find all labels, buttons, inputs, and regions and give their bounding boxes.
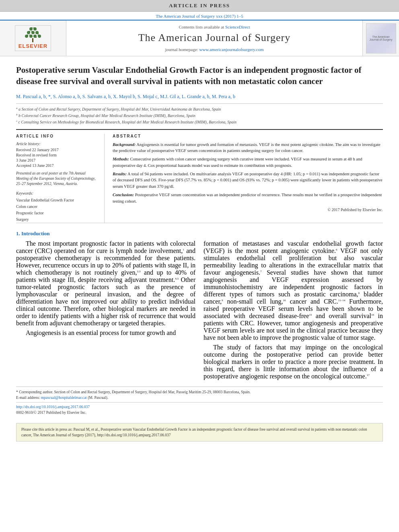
keyword-1: Vascular Endothelial Growth Factor xyxy=(16,197,98,203)
article-info-heading: ARTICLE INFO xyxy=(16,134,98,138)
keyword-2: Colon cancer xyxy=(16,203,98,210)
email-label: E-mail address: xyxy=(16,396,40,400)
keyword-3: Prognostic factor xyxy=(16,210,98,216)
page: ARTICLE IN PRESS The American Journal of… xyxy=(0,0,399,532)
journal-title: The American Journal of Surgery xyxy=(138,32,291,44)
authors-line: M. Pascual a, b, *, S. Alonso a, b, S. S… xyxy=(16,93,383,100)
abstract-column: ABSTRACT Background: Angiogenesis is ess… xyxy=(113,134,383,223)
article-in-press-banner: ARTICLE IN PRESS xyxy=(0,0,399,12)
background-label: Background: xyxy=(113,142,136,147)
intro-title: 1. Introduction xyxy=(16,230,383,237)
methods-label: Methods: xyxy=(113,157,129,161)
conclusion-label: Conclusion: xyxy=(113,193,134,197)
science-direct-label: Contents lists available at xyxy=(179,25,224,29)
homepage-link[interactable]: www.americanjournalofsurgery.com xyxy=(199,47,263,52)
intro-para4: The study of factors that may impinge on… xyxy=(204,344,383,380)
background-text: Angiogenesis is essential for tumor grow… xyxy=(113,142,380,153)
journal-header: ELSEVIER Contents lists available at Sci… xyxy=(0,20,399,56)
citation-bar: Please cite this article in press as: Pa… xyxy=(16,423,383,442)
affiliation-b: b b Colorectal Cancer Research Group, Ho… xyxy=(16,113,383,119)
doi-line: http://dx.doi.org/10.1016/j.amjsurg.2017… xyxy=(16,404,383,410)
citation-text: Please cite this article in press as: Pa… xyxy=(21,427,367,437)
intro-body-col1: The most important prognostic factor in … xyxy=(16,240,195,382)
intro-para3: formation of metastases and vascular end… xyxy=(204,240,383,341)
authors-text: M. Pascual a, b, *, S. Alonso a, b, S. S… xyxy=(16,94,235,99)
keywords-block: Keywords: Vascular Endothelial Growth Fa… xyxy=(16,191,98,223)
email-line: E-mail address: mpascual@hospitaldelmar.… xyxy=(16,395,383,401)
email-link[interactable]: mpascual@hospitaldelmar.cat xyxy=(41,396,87,400)
footnote-area: * Corresponding author. Section of Colon… xyxy=(16,386,383,416)
received-revised-label: Received in revised form xyxy=(16,153,98,157)
intro-para2: Angiogenesis is an essential process for… xyxy=(16,329,195,337)
homepage-line: journal homepage: www.americanjournalofs… xyxy=(165,47,263,52)
accepted-date: Accepted 13 June 2017 xyxy=(16,163,98,168)
article-info-column: ARTICLE INFO Article history: Received 2… xyxy=(16,134,105,223)
abstract-background: Background: Angiogenesis is essential fo… xyxy=(113,142,383,154)
conclusion-text: Postoperative VEGF serum concentration w… xyxy=(113,193,382,203)
results-text: A total of 94 patients were included. On… xyxy=(113,172,383,189)
affiliation-a: a a Section of Colon and Rectal Surgery,… xyxy=(16,106,383,113)
science-direct-link[interactable]: ScienceDirect xyxy=(225,25,250,29)
issn-line: 0002-9610/© 2017 Published by Elsevier I… xyxy=(16,410,383,415)
abstract-content: Background: Angiogenesis is essential fo… xyxy=(113,142,383,205)
presented-note: Presented as an oral poster at the 7th A… xyxy=(16,171,98,187)
elsevier-label: ELSEVIER xyxy=(19,43,47,49)
elsevier-logo-area: ELSEVIER xyxy=(0,21,66,56)
copyright-line: © 2017 Published by Elsevier Inc. xyxy=(113,207,383,212)
abstract-results: Results: A total of 94 patients were inc… xyxy=(113,171,383,190)
doi-link[interactable]: http://dx.doi.org/10.1016/j.amjsurg.2017… xyxy=(16,405,90,409)
banner-text: ARTICLE IN PRESS xyxy=(169,2,230,8)
footnote-divider xyxy=(16,402,383,403)
results-label: Results: xyxy=(113,172,127,176)
elsevier-tree-icon xyxy=(25,27,41,42)
intro-para1: The most important prognostic factor in … xyxy=(16,240,195,327)
homepage-label: journal homepage: xyxy=(165,47,198,52)
abstract-conclusion: Conclusion: Postoperative VEGF serum con… xyxy=(113,192,383,205)
intro-body-col2: formation of metastases and vascular end… xyxy=(204,240,383,382)
keywords-label: Keywords: xyxy=(16,191,98,195)
journal-title-area: Contents lists available at ScienceDirec… xyxy=(66,21,363,56)
methods-text: Consecutive patients with colon cancer u… xyxy=(113,157,362,168)
email-name: (M. Pascual). xyxy=(88,396,108,400)
science-direct-line: Contents lists available at ScienceDirec… xyxy=(179,25,250,29)
cover-thumbnail: The American Journal of Surgery xyxy=(366,23,396,53)
received-date: Received 22 January 2017 xyxy=(16,148,98,152)
abstract-methods: Methods: Consecutive patients with colon… xyxy=(113,156,383,169)
journal-cover-image: The American Journal of Surgery xyxy=(363,21,399,56)
article-title: Postoperative serum Vascular Endothelial… xyxy=(16,64,383,87)
received-revised-date: 3 June 2017 xyxy=(16,158,98,162)
corresponding-author-note: * Corresponding author. Section of Colon… xyxy=(16,389,383,395)
elsevier-box: ELSEVIER xyxy=(15,25,51,51)
journal-info-line: The American Journal of Surgery xxx (201… xyxy=(0,12,399,20)
main-content: Postoperative serum Vascular Endothelial… xyxy=(0,56,399,446)
affiliations: a a Section of Colon and Rectal Surgery,… xyxy=(16,103,383,126)
intro-body-columns: The most important prognostic factor in … xyxy=(16,240,383,382)
article-history-block: Article history: Received 22 January 201… xyxy=(16,142,98,168)
abstract-heading: ABSTRACT xyxy=(113,134,383,138)
keyword-4: Surgery xyxy=(16,216,98,223)
journal-citation: The American Journal of Surgery xxx (201… xyxy=(156,14,243,18)
introduction-section: 1. Introduction The most important progn… xyxy=(16,230,383,420)
affiliation-c: c c Consulting Service on Methodology fo… xyxy=(16,119,383,125)
article-info-abstract-section: ARTICLE INFO Article history: Received 2… xyxy=(16,129,383,223)
history-label: Article history: xyxy=(16,142,98,146)
